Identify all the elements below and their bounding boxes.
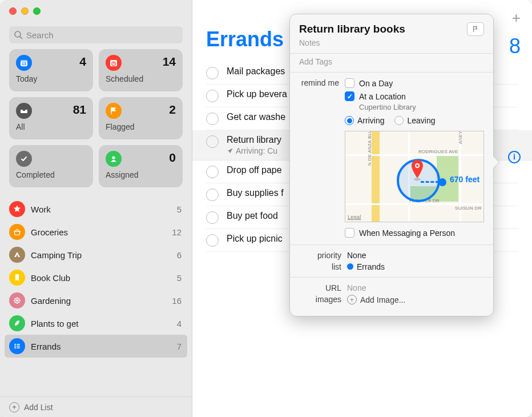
map-distance-label: 670 feet (450, 175, 479, 184)
completion-toggle[interactable] (206, 113, 219, 125)
smart-scheduled-label: Scheduled (106, 74, 176, 83)
reminder-title: Buy pet food (227, 211, 278, 221)
calendar-icon: 13 (16, 55, 32, 71)
smart-flagged[interactable]: 2 Flagged (99, 97, 183, 139)
list-row-plants[interactable]: Plants to get 4 (0, 312, 192, 335)
fullscreen-window-button[interactable] (33, 7, 41, 15)
reminder-title: Return library (227, 135, 281, 145)
search-icon (14, 30, 23, 39)
list-row-gardening[interactable]: Gardening 16 (0, 289, 192, 312)
map-pin-icon (409, 159, 425, 182)
star-icon (9, 201, 25, 217)
smart-today-label: Today (16, 74, 86, 83)
tent-icon (9, 247, 25, 263)
images-label: images (299, 295, 347, 304)
minimize-window-button[interactable] (21, 7, 29, 15)
list-row-work[interactable]: Work 5 (0, 198, 192, 220)
svg-rect-22 (17, 346, 20, 347)
list-bullet-icon (9, 338, 25, 354)
svg-point-25 (414, 178, 421, 181)
person-icon (106, 151, 122, 167)
list-row-camping[interactable]: Camping Trip 6 (0, 243, 192, 266)
map-legal-link[interactable]: Legal (348, 214, 361, 220)
list-name: Gardening (31, 296, 166, 306)
smart-completed[interactable]: Completed (9, 145, 93, 187)
search-input[interactable]: Search (9, 26, 183, 43)
add-list-label: Add List (24, 403, 53, 412)
reminder-title: Get car washe (227, 112, 285, 122)
list-name: Camping Trip (31, 250, 171, 260)
smart-scheduled-count: 14 (163, 55, 176, 69)
on-a-day-label: On a Day (359, 79, 393, 88)
smart-all[interactable]: 81 All (9, 97, 93, 139)
completion-toggle[interactable] (206, 135, 219, 148)
svg-line-1 (20, 37, 22, 39)
list-name: Book Club (31, 273, 171, 283)
svg-point-21 (14, 346, 15, 347)
notes-field[interactable]: Notes (299, 38, 484, 47)
svg-point-16 (18, 298, 19, 299)
flag-button[interactable] (467, 22, 484, 36)
leaving-label: Leaving (407, 116, 435, 125)
svg-point-27 (416, 165, 418, 167)
list-row-bookclub[interactable]: Book Club 5 (0, 266, 192, 289)
url-label: URL (299, 283, 347, 292)
arriving-radio[interactable] (345, 116, 354, 125)
tray-icon (16, 103, 32, 119)
close-window-button[interactable] (9, 7, 17, 15)
url-value[interactable]: None (347, 283, 484, 292)
map-radius-handle[interactable] (438, 178, 446, 186)
info-button[interactable]: i (508, 151, 521, 163)
svg-point-13 (14, 299, 15, 301)
search-placeholder: Search (26, 30, 54, 40)
svg-point-19 (14, 344, 15, 345)
on-a-day-checkbox[interactable] (345, 78, 354, 88)
basket-icon (9, 224, 25, 240)
add-image-button[interactable]: + Add Image... (347, 295, 484, 304)
priority-value[interactable]: None (347, 251, 484, 260)
smart-assigned-count: 0 (169, 151, 176, 165)
list-count: 7 (177, 342, 182, 351)
smart-today[interactable]: 13 4 Today (9, 49, 93, 91)
sidebar: Search 13 4 Today 14 Schedu (0, 0, 192, 417)
completion-toggle[interactable] (206, 90, 219, 102)
svg-point-11 (16, 297, 18, 299)
priority-label: priority (299, 251, 347, 260)
svg-point-10 (16, 299, 18, 302)
when-messaging-checkbox[interactable] (345, 228, 354, 238)
reminder-title: Mail packages (227, 66, 285, 77)
flower-icon (9, 292, 25, 308)
completion-toggle[interactable] (206, 67, 219, 79)
plus-icon: + (347, 295, 357, 304)
list-row-groceries[interactable]: Groceries 12 (0, 220, 192, 243)
map-street-label: RODRIGUES AVE (418, 149, 458, 154)
completion-toggle[interactable] (206, 166, 219, 178)
map-street-label: SUISUN DR (455, 206, 482, 211)
add-image-label: Add Image... (360, 295, 405, 304)
smart-assigned[interactable]: 0 Assigned (99, 145, 183, 187)
tags-field[interactable]: Add Tags (299, 57, 484, 66)
smart-scheduled[interactable]: 14 Scheduled (99, 49, 183, 91)
popover-title[interactable]: Return library books (299, 23, 405, 35)
at-location-checkbox[interactable] (345, 91, 354, 101)
leaving-radio[interactable] (394, 116, 404, 125)
list-row-errands[interactable]: Errands 7 (5, 335, 187, 358)
list-name: Errands (31, 342, 171, 351)
new-reminder-button[interactable]: + (512, 9, 521, 27)
location-map[interactable]: N DE ANZA BLVD RODRIGUES AVE ANEY AVE PA… (345, 131, 484, 222)
completion-toggle[interactable] (206, 211, 219, 224)
completion-toggle[interactable] (206, 189, 219, 201)
smart-lists-grid: 13 4 Today 14 Scheduled (0, 49, 192, 194)
svg-point-14 (19, 299, 21, 301)
svg-point-15 (14, 298, 16, 299)
smart-all-count: 81 (73, 103, 86, 117)
list-count: 4 (177, 319, 182, 328)
list-value[interactable]: Errands (347, 262, 484, 271)
list-count: 5 (177, 273, 182, 283)
add-list-button[interactable]: + Add List (0, 396, 192, 417)
location-arrow-icon (227, 147, 233, 154)
list-count: 5 (177, 205, 182, 214)
completion-toggle[interactable] (206, 234, 219, 247)
remind-me-label: remind me (299, 78, 345, 87)
reminder-title: Buy supplies f (227, 188, 284, 198)
